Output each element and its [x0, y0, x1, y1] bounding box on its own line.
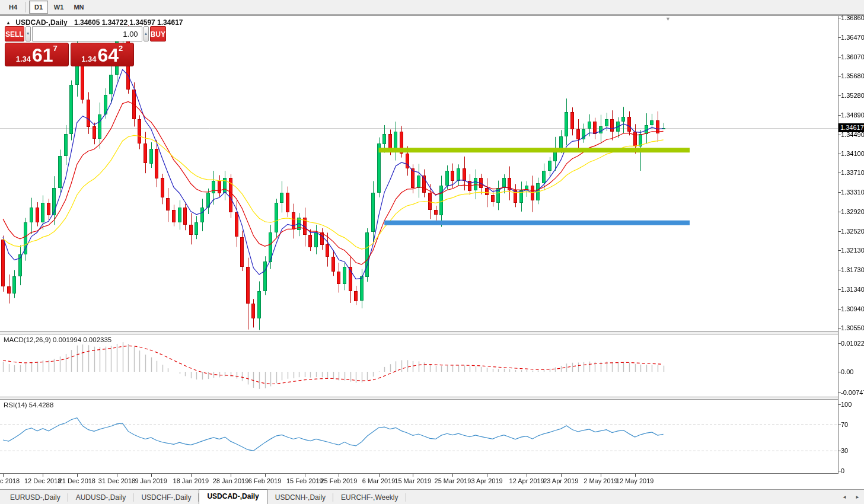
time-axis-border: [0, 473, 839, 474]
mt4-terminal: H4D1W1MN ▲ USDCAD-,Daily 1.34605 1.34722…: [0, 0, 864, 504]
tab-usdcad[interactable]: USDCAD-,Daily: [199, 489, 267, 504]
rsi-axis-label: 100: [841, 401, 852, 408]
chart-tab-bar: EURUSD-,DailyAUDUSD-,DailyUSDCHF-,DailyU…: [0, 489, 864, 504]
tab-eurusd[interactable]: EURUSD-,Daily: [2, 491, 68, 504]
time-axis-label: 12 Dec 2018: [24, 477, 61, 484]
rsi-axis-label: 0: [841, 467, 844, 474]
price-axis-label: 1.33310: [841, 189, 864, 196]
tab-eurchf[interactable]: EURCHF-,Weekly: [333, 491, 406, 504]
price-axis-label: 1.31340: [841, 286, 864, 293]
time-axis-label: 6 Feb 2019: [248, 477, 282, 484]
trade-controls-row: SELL ▼ ▲ BUY: [5, 26, 134, 42]
price-axis-label: 1.34890: [841, 111, 864, 119]
ask-price-panel: 1.34 64 2: [71, 43, 135, 66]
price-axis-label: 1.36070: [841, 53, 864, 60]
pane-separator[interactable]: [0, 331, 838, 334]
price-axis-label: 1.31730: [841, 266, 864, 273]
tab-usdcnh[interactable]: USDCNH-,Daily: [267, 491, 333, 504]
chart-window-border: [0, 15, 864, 16]
rsi-axis-label: 70: [841, 421, 848, 428]
ask-pip-digit: 2: [119, 44, 123, 52]
collapse-triangle-icon[interactable]: ▲: [6, 20, 11, 25]
volume-input[interactable]: [32, 26, 142, 42]
timeframe-d1[interactable]: D1: [29, 1, 48, 14]
bid-prefix: 1.34: [16, 54, 31, 64]
toolbar-divider: [25, 2, 26, 12]
timeframe-w1[interactable]: W1: [49, 1, 68, 14]
symbol-label: USDCAD-,Daily: [15, 18, 67, 27]
time-axis-label: 25 Feb 2019: [321, 477, 358, 484]
macd-axis-label: 0.010229: [841, 340, 864, 347]
one-click-trading-widget: SELL ▼ ▲ BUY 1.34 61 7 1.34 64 2: [5, 26, 134, 66]
tab-audusd[interactable]: AUDUSD-,Daily: [68, 491, 134, 504]
time-axis-label: 15 Feb 2019: [286, 477, 323, 484]
bid-price-panel: 1.34 61 7: [5, 43, 69, 66]
rsi-indicator-label: RSI(14) 54.4288: [4, 401, 53, 409]
tab-usdchf[interactable]: USDCHF-,Daily: [133, 491, 199, 504]
price-axis-label: 1.30550: [841, 324, 864, 331]
time-axis-label: 18 Jan 2019: [173, 477, 209, 484]
time-axis-label: 23 Apr 2019: [543, 477, 578, 484]
timeframe-mn[interactable]: MN: [69, 1, 88, 14]
pane-separator[interactable]: [0, 397, 838, 400]
macd-axis-label: 0.00: [841, 368, 853, 375]
chart-title: ▲ USDCAD-,Daily 1.34605 1.34722 1.34597 …: [6, 18, 183, 27]
rsi-axis-label: 30: [841, 447, 848, 454]
time-axis-label: 3 Dec 2018: [0, 477, 20, 484]
buy-button[interactable]: BUY: [150, 26, 166, 42]
volume-increase-icon[interactable]: ▲: [144, 26, 149, 42]
time-axis-label: 12 Apr 2019: [509, 477, 544, 484]
sell-button[interactable]: SELL: [5, 26, 24, 42]
price-axis-label: 1.30940: [841, 305, 864, 312]
ask-big-digits: 64: [97, 46, 119, 64]
time-axis-label: 3 Apr 2019: [471, 477, 502, 484]
price-axis-border: [838, 15, 839, 474]
time-axis-label: 2 May 2019: [584, 477, 617, 484]
time-axis-label: 28 Jan 2019: [213, 477, 249, 484]
chart-canvas[interactable]: [0, 0, 864, 504]
time-axis-label: 12 May 2019: [616, 477, 654, 484]
price-axis-label: 1.35280: [841, 92, 864, 99]
ask-prefix: 1.34: [81, 54, 96, 64]
current-price-tag: 1.34617: [839, 123, 864, 132]
price-axis-label: 1.32920: [841, 208, 864, 215]
price-axis-label: 1.32130: [841, 247, 864, 254]
price-axis-label: 1.34100: [841, 150, 864, 157]
ohlc-values: 1.34605 1.34722 1.34597 1.34617: [74, 18, 183, 27]
time-axis-label: 6 Mar 2019: [362, 477, 396, 484]
macd-indicator-label: MACD(12,26,9) 0.001994 0.002335: [4, 336, 111, 343]
time-axis-label: 21 Dec 2018: [59, 477, 95, 484]
price-axis-label: 1.33710: [841, 169, 864, 176]
bid-ask-row: 1.34 61 7 1.34 64 2: [5, 43, 134, 66]
timeframe-toolbar: H4D1W1MN: [0, 0, 864, 15]
tab-scroll-left-icon[interactable]: ◄: [842, 495, 847, 500]
price-axis-label: 1.36860: [841, 14, 864, 21]
time-axis-label: 9 Jan 2019: [135, 477, 167, 484]
time-axis-label: 15 Mar 2019: [394, 477, 431, 484]
macd-axis-label: -0.00747: [841, 389, 864, 396]
price-axis-label: 1.36470: [841, 34, 864, 41]
time-axis-label: 31 Dec 2018: [98, 477, 135, 484]
volume-decrease-icon[interactable]: ▼: [25, 26, 31, 42]
timeframe-h4[interactable]: H4: [4, 1, 23, 14]
tab-scroll-right-icon[interactable]: ►: [855, 495, 860, 500]
price-axis-label: 1.35680: [841, 72, 864, 79]
chart-shift-marker[interactable]: ▼: [665, 16, 671, 22]
price-axis-label: 1.32520: [841, 228, 864, 235]
bid-pip-digit: 7: [53, 44, 58, 52]
bid-big-digits: 61: [32, 46, 53, 64]
time-axis-label: 25 Mar 2019: [435, 477, 471, 484]
